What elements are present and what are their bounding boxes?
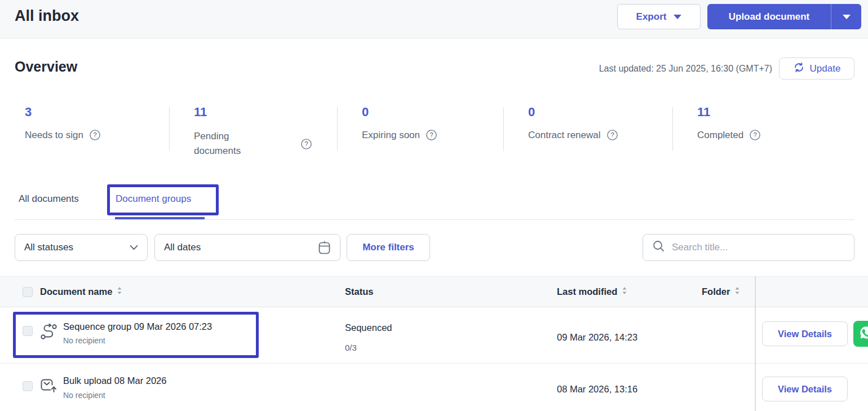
stat-value: 11 (697, 105, 761, 120)
status-filter-value: All statuses (24, 242, 73, 253)
stat-value: 0 (528, 105, 618, 120)
sort-icon[interactable] (622, 286, 627, 297)
upload-document-button[interactable]: Upload document (707, 4, 861, 29)
help-icon[interactable]: ? (300, 138, 312, 150)
upload-document-label: Upload document (707, 11, 831, 23)
help-icon[interactable]: ? (426, 129, 437, 141)
row-checkbox[interactable] (23, 326, 33, 336)
stat-divider (337, 107, 338, 151)
view-details-button[interactable]: View Details (762, 321, 848, 346)
column-label: Last modified (557, 286, 617, 297)
date-filter-select[interactable]: All dates (154, 234, 340, 261)
export-label: Export (636, 11, 667, 23)
date-filter-value: All dates (164, 242, 201, 253)
column-header-status[interactable]: Status (345, 286, 373, 297)
stat-contract-renewal: 0 Contract renewal ? (528, 105, 618, 141)
tab-document-groups[interactable]: Document groups (116, 193, 191, 205)
stat-needs-to-sign: 3 Needs to sign ? (25, 105, 101, 141)
sort-icon[interactable] (734, 286, 740, 297)
row-divider (0, 363, 868, 364)
stat-pending-documents: 11 Pending documents ? (194, 105, 312, 158)
status-filter-select[interactable]: All statuses (15, 234, 148, 261)
svg-text:?: ? (429, 131, 433, 138)
document-name[interactable]: Bulk upload 08 Mar 2026 (63, 375, 166, 386)
app-root: All inbox Export Upload document Overvie… (0, 0, 868, 411)
refresh-icon (793, 61, 805, 76)
stat-divider (503, 107, 504, 151)
document-recipient: No recipient (63, 336, 105, 345)
status-text: Sequenced (345, 322, 392, 333)
column-label: Folder (702, 286, 730, 297)
chevron-down-icon (674, 15, 681, 19)
upload-dropdown-toggle[interactable] (831, 4, 861, 29)
stat-label: Contract renewal (528, 130, 601, 141)
document-recipient: No recipient (63, 391, 105, 400)
calendar-icon (318, 241, 331, 255)
export-button[interactable]: Export (617, 4, 701, 29)
search-icon (652, 240, 665, 255)
last-modified-value: 09 Mar 2026, 14:23 (557, 332, 637, 343)
stat-value: 3 (25, 105, 101, 120)
sequence-route-icon (40, 324, 57, 340)
table-column-divider (755, 276, 756, 411)
select-all-checkbox[interactable] (23, 287, 33, 297)
stat-label: Pending documents (194, 129, 260, 158)
more-filters-button[interactable]: More filters (347, 234, 430, 261)
help-icon[interactable]: ? (606, 129, 618, 141)
bulk-upload-icon (39, 377, 57, 394)
row-checkbox[interactable] (23, 381, 33, 391)
overview-title: Overview (15, 59, 77, 75)
last-modified-value: 08 Mar 2026, 13:16 (557, 384, 637, 395)
chevron-down-icon (130, 245, 138, 250)
stat-label: Needs to sign (25, 130, 83, 141)
stat-divider (672, 107, 673, 151)
column-header-folder[interactable]: Folder (702, 286, 740, 297)
svg-text:?: ? (304, 140, 308, 147)
update-label: Update (810, 63, 841, 74)
status-progress: 0/3 (345, 343, 357, 352)
svg-text:?: ? (93, 131, 96, 138)
stat-value: 11 (194, 105, 312, 120)
stat-label: Expiring soon (362, 130, 420, 141)
tabs-bottom-border (15, 219, 854, 220)
last-updated-text: Last updated: 25 Jun 2025, 16:30 (GMT+7) (599, 64, 772, 74)
whatsapp-button[interactable] (853, 321, 868, 347)
stat-completed: 11 Completed ? (697, 105, 761, 141)
tab-all-documents[interactable]: All documents (19, 193, 79, 205)
svg-text:?: ? (610, 131, 614, 138)
update-button[interactable]: Update (779, 58, 854, 79)
help-icon[interactable]: ? (749, 129, 761, 141)
help-icon[interactable]: ? (89, 129, 101, 141)
chevron-down-icon (843, 15, 851, 19)
column-label: Status (345, 286, 373, 297)
sort-icon[interactable] (117, 286, 122, 297)
table-header-row: Document name Status Last modified Folde… (0, 276, 868, 307)
stat-value: 0 (362, 105, 437, 120)
search-box[interactable] (643, 234, 854, 261)
stat-expiring-soon: 0 Expiring soon ? (362, 105, 437, 141)
column-header-document-name[interactable]: Document name (40, 286, 122, 297)
search-input[interactable] (672, 242, 845, 253)
column-label: Document name (40, 286, 112, 297)
stat-divider (169, 107, 170, 151)
page-title: All inbox (15, 7, 79, 25)
page-header: All inbox Export Upload document (0, 0, 868, 38)
view-details-button[interactable]: View Details (762, 377, 848, 401)
whatsapp-icon (858, 324, 868, 343)
column-header-last-modified[interactable]: Last modified (557, 286, 627, 297)
svg-text:?: ? (754, 131, 757, 138)
stat-label: Completed (697, 130, 743, 141)
document-name[interactable]: Sequence group 09 Mar 2026 07:23 (63, 321, 212, 332)
